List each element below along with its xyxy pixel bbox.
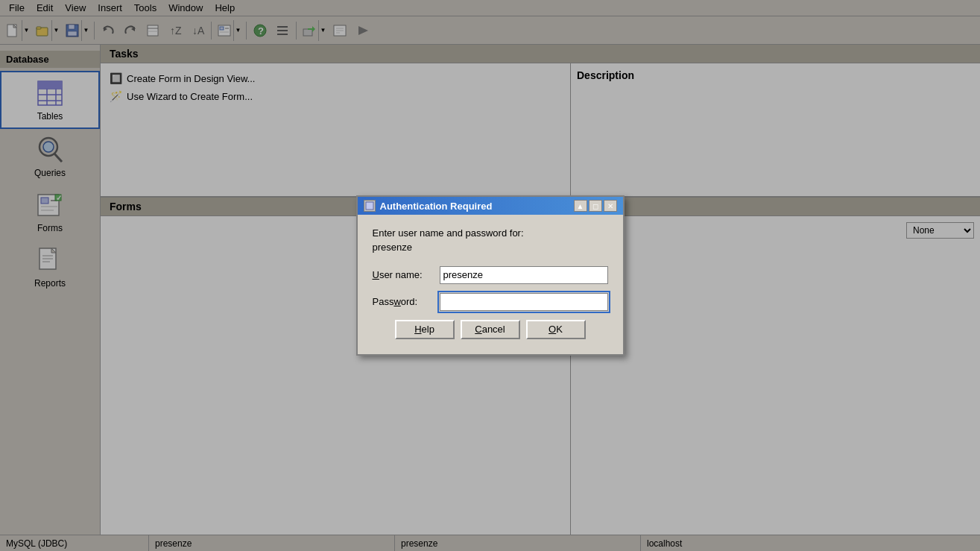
svg-rect-55 — [366, 202, 373, 210]
dialog-titlebar: Authentication Required ▲ ◻ ✕ — [358, 197, 623, 215]
dialog-title-text: Authentication Required — [380, 201, 493, 212]
dialog-body: Enter user name and password for: presen… — [358, 215, 623, 353]
dialog-minimize-button[interactable]: ▲ — [574, 200, 587, 212]
dialog-titlebar-left: Authentication Required — [364, 200, 493, 212]
password-input[interactable] — [440, 293, 608, 311]
cancel-btn-underline: C — [475, 324, 481, 335]
password-field: Password: — [373, 293, 608, 311]
username-label: User name: — [373, 269, 440, 280]
dialog-controls: ▲ ◻ ✕ — [574, 200, 617, 212]
dialog-message-line2: presenze — [373, 242, 412, 253]
dialog-message: Enter user name and password for: presen… — [373, 227, 608, 254]
username-input[interactable] — [440, 266, 608, 284]
auth-dialog: Authentication Required ▲ ◻ ✕ Enter user… — [356, 195, 625, 355]
username-label-u: U — [373, 269, 379, 280]
password-label: Password: — [373, 296, 440, 307]
help-btn-underline: H — [414, 324, 421, 335]
username-field: User name: — [373, 266, 608, 284]
modal-overlay: Authentication Required ▲ ◻ ✕ Enter user… — [0, 0, 980, 551]
dialog-maximize-button[interactable]: ◻ — [589, 200, 602, 212]
ok-button[interactable]: OK — [526, 320, 586, 339]
dialog-title-icon — [364, 200, 376, 212]
dialog-close-button[interactable]: ✕ — [604, 200, 617, 212]
dialog-buttons: Help Cancel OK — [373, 320, 608, 342]
password-label-w: w — [393, 296, 400, 307]
ok-btn-underline: O — [549, 324, 556, 335]
cancel-button[interactable]: Cancel — [461, 320, 520, 339]
help-button[interactable]: Help — [395, 320, 455, 339]
dialog-message-line1: Enter user name and password for: — [373, 227, 524, 239]
